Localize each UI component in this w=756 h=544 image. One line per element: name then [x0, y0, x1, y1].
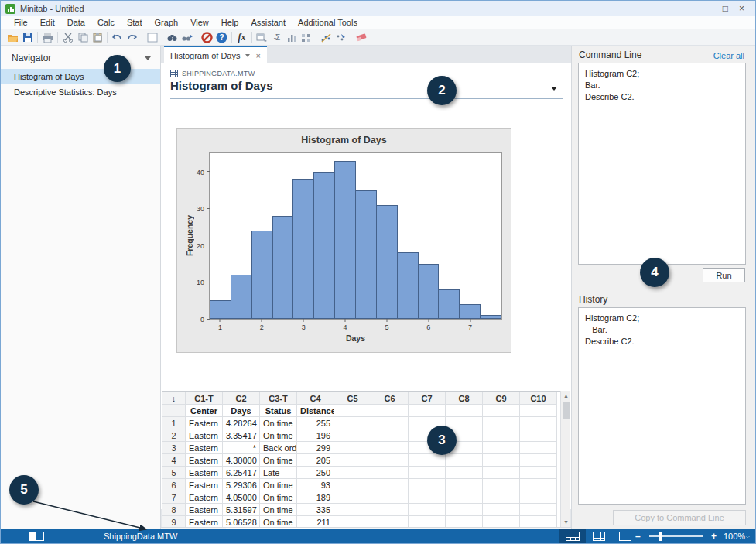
worksheet-grid[interactable]: ↓C1-TC2C3-TC4C5C6C7C8C9C10 CenterDaysSta… [162, 391, 560, 527]
worksheet-view-icon[interactable] [586, 529, 612, 543]
data-cell[interactable]: Eastern [186, 504, 223, 516]
data-cell[interactable]: Eastern [186, 467, 223, 479]
column-name-cell[interactable] [371, 405, 409, 417]
data-cell[interactable] [483, 504, 520, 516]
close-button[interactable]: × [739, 2, 744, 15]
data-cell[interactable] [334, 479, 371, 491]
navigator-menu-caret-icon[interactable] [145, 56, 151, 60]
zoom-slider[interactable] [649, 535, 703, 537]
data-cell[interactable]: 4.05000 [223, 491, 260, 504]
stat-tool-2-icon[interactable] [299, 30, 313, 44]
data-cell[interactable] [483, 442, 520, 454]
data-direction-arrow-icon[interactable]: ↓ [162, 392, 186, 405]
menu-item-assistant[interactable]: Assistant [245, 17, 291, 28]
data-cell[interactable] [409, 504, 446, 516]
column-header-c3-t[interactable]: C3-T [260, 392, 297, 405]
tab-close-icon[interactable]: × [255, 52, 260, 60]
menu-item-data[interactable]: Data [62, 17, 91, 28]
zoom-slider-thumb[interactable] [659, 532, 662, 541]
run-button[interactable]: Run [703, 268, 745, 282]
cut-icon[interactable] [60, 30, 75, 44]
column-name-cell[interactable] [483, 405, 520, 417]
eraser-icon[interactable] [354, 30, 368, 44]
data-cell[interactable]: 196 [297, 429, 334, 442]
tab-dropdown-caret-icon[interactable] [245, 54, 250, 57]
undo-icon[interactable] [110, 30, 125, 44]
data-cell[interactable]: 205 [297, 454, 334, 467]
navigator-item[interactable]: Histogram of Days [1, 69, 160, 84]
column-header-c9[interactable]: C9 [483, 392, 520, 405]
column-name-cell[interactable]: Status [260, 405, 297, 417]
data-cell[interactable] [520, 429, 557, 442]
column-header-c2[interactable]: C2 [223, 392, 260, 405]
data-cell[interactable]: Eastern [186, 442, 223, 454]
vertical-scroll-thumb[interactable] [563, 402, 570, 419]
clear-all-link[interactable]: Clear all [713, 51, 744, 60]
column-header-c7[interactable]: C7 [409, 392, 446, 405]
data-cell[interactable]: 4.28264 [223, 417, 260, 429]
menu-item-calc[interactable]: Calc [92, 17, 120, 28]
data-cell[interactable]: Eastern [186, 479, 223, 491]
redo-icon[interactable] [125, 30, 139, 44]
data-cell[interactable]: 5.29306 [223, 479, 260, 491]
brush-graph-icon[interactable] [334, 30, 348, 44]
navigator-item[interactable]: Descriptive Statistics: Days [1, 84, 160, 100]
data-cell[interactable] [446, 491, 483, 504]
data-cell[interactable] [409, 479, 446, 491]
column-name-cell[interactable]: Center [186, 405, 223, 417]
data-cell[interactable] [520, 491, 557, 504]
data-cell[interactable] [446, 504, 483, 516]
minus-sigma-icon[interactable]: -Σ [269, 30, 284, 44]
row-number[interactable]: 3 [162, 442, 186, 454]
data-cell[interactable] [334, 417, 371, 429]
data-cell[interactable]: On time [260, 417, 297, 429]
data-cell[interactable]: 299 [297, 442, 334, 454]
split-view-icon[interactable] [559, 529, 586, 543]
data-cell[interactable]: 4.30000 [223, 454, 260, 467]
recall-dialog-icon[interactable] [255, 30, 269, 44]
data-cell[interactable]: 3.35417 [223, 429, 260, 442]
data-cell[interactable]: On time [260, 491, 297, 504]
data-cell[interactable] [520, 454, 557, 467]
data-cell[interactable] [334, 429, 371, 442]
data-cell[interactable] [371, 467, 409, 479]
help-icon[interactable]: ? [214, 30, 229, 44]
column-header-c5[interactable]: C5 [334, 392, 371, 405]
menu-item-help[interactable]: Help [216, 17, 245, 28]
data-cell[interactable] [446, 479, 483, 491]
data-cell[interactable] [483, 429, 520, 442]
data-cell[interactable] [371, 479, 409, 491]
column-name-cell[interactable] [520, 405, 557, 417]
command-line-input[interactable]: Histogram C2; Bar. Describe C2. [578, 63, 746, 265]
data-cell[interactable]: Eastern [186, 491, 223, 504]
row-number[interactable]: 8 [162, 504, 186, 516]
data-cell[interactable] [371, 504, 409, 516]
copy-icon[interactable] [75, 30, 90, 44]
menu-item-edit[interactable]: Edit [35, 17, 60, 28]
data-cell[interactable] [334, 467, 371, 479]
data-cell[interactable] [520, 417, 557, 429]
column-header-c8[interactable]: C8 [446, 392, 483, 405]
data-cell[interactable] [371, 454, 409, 467]
data-cell[interactable] [483, 467, 520, 479]
print-icon[interactable] [40, 30, 55, 44]
data-cell[interactable] [520, 467, 557, 479]
row-number[interactable]: 5 [162, 467, 186, 479]
data-cell[interactable]: Back order [260, 442, 297, 454]
data-cell[interactable] [371, 442, 409, 454]
data-cell[interactable] [371, 417, 409, 429]
data-cell[interactable] [483, 491, 520, 504]
data-cell[interactable]: On time [260, 504, 297, 516]
data-cell[interactable]: On time [260, 454, 297, 467]
vertical-scrollbar[interactable]: ▲ ▼ [560, 391, 570, 527]
column-header-c6[interactable]: C6 [371, 392, 409, 405]
paste-icon[interactable] [90, 30, 104, 44]
menu-item-view[interactable]: View [185, 17, 214, 28]
data-cell[interactable] [520, 442, 557, 454]
data-cell[interactable]: 255 [297, 417, 334, 429]
column-header-c10[interactable]: C10 [520, 392, 557, 405]
data-cell[interactable] [446, 454, 483, 467]
data-cell[interactable] [520, 504, 557, 516]
data-cell[interactable]: Eastern [186, 429, 223, 442]
column-name-cell[interactable]: Days [223, 405, 260, 417]
